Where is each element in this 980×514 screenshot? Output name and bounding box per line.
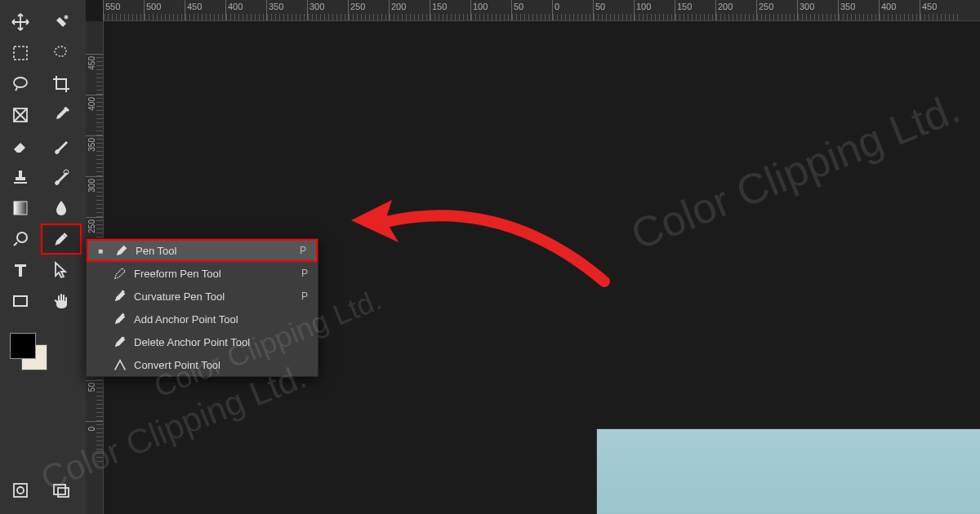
lasso-tool[interactable] [0, 69, 41, 100]
history-brush-tool[interactable] [41, 162, 82, 193]
foreground-color[interactable] [10, 333, 36, 359]
marquee-tool[interactable] [0, 38, 41, 69]
flyout-shortcut: P [301, 290, 308, 302]
flyout-item-curvature-pen-tool[interactable]: Curvature Pen ToolP [87, 285, 318, 308]
frame-tool[interactable] [0, 100, 41, 131]
text-tool[interactable] [0, 255, 41, 286]
pen-icon [111, 312, 129, 326]
flyout-label: Pen Tool [131, 245, 300, 257]
blur-tool[interactable] [41, 193, 82, 224]
eraser-tool[interactable] [0, 131, 41, 162]
pen-icon [111, 357, 129, 372]
flyout-label: Freeform Pen Tool [129, 268, 301, 280]
ruler-horizontal: 5505004504003503002502001501005005010015… [103, 0, 980, 21]
svg-rect-5 [14, 202, 27, 215]
hand-tool[interactable] [41, 286, 82, 317]
path-select-tool[interactable] [41, 255, 82, 286]
dodge-tool[interactable] [0, 224, 41, 255]
canvas-image[interactable] [596, 428, 980, 514]
svg-point-9 [17, 487, 24, 494]
svg-rect-7 [14, 296, 27, 306]
pen-icon [113, 243, 131, 258]
crop-tool[interactable] [41, 69, 82, 100]
svg-point-2 [14, 78, 27, 87]
flyout-label: Curvature Pen Tool [129, 290, 301, 303]
stamp-tool[interactable] [0, 162, 41, 193]
svg-rect-11 [58, 488, 69, 497]
color-swatches[interactable] [10, 333, 51, 374]
pen-icon [111, 335, 129, 349]
screen-mode-tool[interactable] [41, 475, 82, 506]
brush-tool[interactable] [41, 131, 82, 162]
svg-rect-1 [14, 47, 27, 60]
pen-icon [111, 266, 129, 281]
move-tool[interactable] [0, 7, 41, 38]
magic-wand-tool[interactable] [41, 38, 82, 69]
svg-point-12 [122, 290, 125, 294]
flyout-item-convert-point-tool[interactable]: Convert Point Tool [87, 353, 318, 376]
pen-tool[interactable] [41, 224, 82, 255]
flyout-label: Convert Point Tool [129, 359, 308, 371]
tools-panel [0, 0, 86, 514]
quick-mask-tool[interactable] [0, 475, 41, 506]
flyout-label: Add Anchor Point Tool [129, 313, 308, 326]
flyout-item-freeform-pen-tool[interactable]: Freeform Pen ToolP [87, 262, 318, 285]
svg-rect-8 [14, 484, 27, 497]
flyout-shortcut: P [300, 245, 306, 256]
flyout-item-add-anchor-point-tool[interactable]: Add Anchor Point Tool [87, 308, 318, 330]
selected-indicator: ■ [98, 246, 106, 255]
flyout-item-delete-anchor-point-tool[interactable]: Delete Anchor Point Tool [87, 330, 318, 353]
rectangle-tool[interactable] [0, 286, 41, 317]
pen-icon [111, 289, 129, 304]
heal-tool[interactable] [41, 7, 82, 38]
eyedropper-tool[interactable] [41, 100, 82, 131]
gradient-tool[interactable] [0, 193, 41, 224]
flyout-shortcut: P [301, 268, 308, 279]
svg-point-6 [17, 233, 27, 242]
flyout-label: Delete Anchor Point Tool [129, 336, 308, 348]
flyout-item-pen-tool[interactable]: ■Pen ToolP [87, 239, 318, 262]
pen-tool-flyout: ■Pen ToolPFreeform Pen ToolPCurvature Pe… [86, 238, 318, 377]
svg-rect-10 [54, 485, 65, 494]
